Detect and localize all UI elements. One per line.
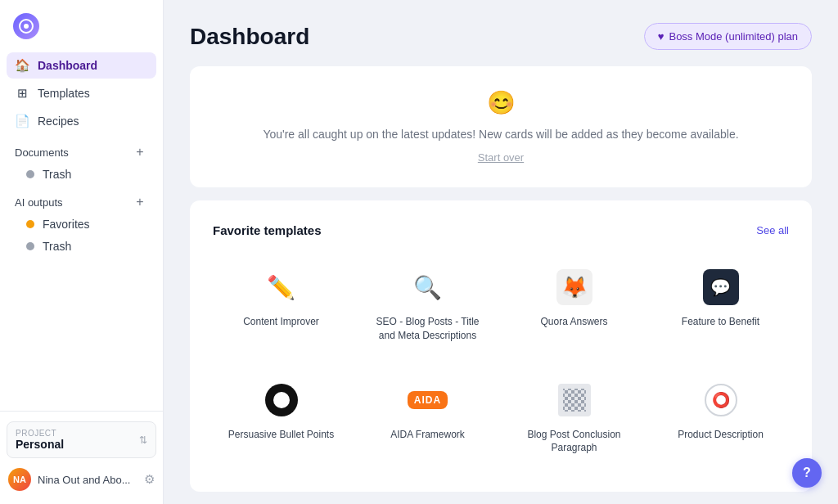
project-name: Personal <box>16 438 64 451</box>
template-feature-benefit[interactable]: 💬 Feature to Benefit <box>652 254 789 357</box>
template-content-improver[interactable]: ✏️ Content Improver <box>213 254 349 357</box>
template-label: Feature to Benefit <box>682 315 759 329</box>
sidebar-item-dashboard[interactable]: 🏠 Dashboard <box>7 52 156 79</box>
sidebar-navigation: 🏠 Dashboard ⊞ Templates 📄 Recipes Docume… <box>0 49 163 411</box>
template-label: SEO - Blog Posts - Title and Meta Descri… <box>368 315 487 343</box>
template-label: Blog Post Conclusion Paragraph <box>515 428 633 456</box>
svg-point-2 <box>273 392 290 408</box>
update-card: 😊 You're all caught up on the latest upd… <box>190 66 812 187</box>
user-row: NA Nina Out and Abo... ⚙ <box>7 465 156 494</box>
logo-area <box>0 0 163 49</box>
favorites-header: Favorite templates See all <box>213 223 789 237</box>
template-label: AIDA Framework <box>390 428 465 442</box>
sidebar-item-label: Trash <box>43 240 71 253</box>
project-selector[interactable]: PROJECT Personal ⇅ <box>7 421 156 458</box>
recipes-icon: 📄 <box>15 114 29 128</box>
boss-mode-button[interactable]: ♥ Boss Mode (unlimited) plan <box>644 23 812 50</box>
sidebar-item-label: Recipes <box>38 115 79 128</box>
template-persuasive-bullets[interactable]: Persuasive Bullet Points <box>213 367 349 470</box>
main-header: Dashboard ♥ Boss Mode (unlimited) plan <box>190 23 812 50</box>
sidebar-item-label: Trash <box>43 168 71 181</box>
sidebar-item-label: Dashboard <box>38 59 97 72</box>
project-label: PROJECT <box>16 429 64 438</box>
sidebar-item-templates[interactable]: ⊞ Templates <box>7 80 156 106</box>
template-label: Quora Answers <box>540 315 607 329</box>
blog-conclusion-icon <box>555 380 594 420</box>
gear-icon[interactable]: ⚙ <box>144 472 155 487</box>
sidebar: 🏠 Dashboard ⊞ Templates 📄 Recipes Docume… <box>0 0 164 504</box>
sidebar-item-ai-trash[interactable]: Trash <box>7 236 156 257</box>
ai-outputs-section-label: AI outputs <box>15 196 63 209</box>
avatar: NA <box>8 468 31 491</box>
add-ai-output-button[interactable]: + <box>132 194 148 210</box>
quora-icon: 🦊 <box>555 268 594 307</box>
sidebar-item-favorites[interactable]: Favorites <box>7 214 156 235</box>
trash-dot-icon <box>26 170 34 178</box>
favorites-title: Favorite templates <box>213 223 322 237</box>
sidebar-item-documents-trash[interactable]: Trash <box>7 164 156 185</box>
update-text: You're all caught up on the latest updat… <box>223 126 779 143</box>
add-document-button[interactable]: + <box>132 144 148 160</box>
persuasive-bullets-icon <box>262 380 301 420</box>
main-content: Dashboard ♥ Boss Mode (unlimited) plan 😊… <box>164 0 838 504</box>
sidebar-item-label: Templates <box>38 87 90 100</box>
ai-trash-dot-icon <box>26 242 34 250</box>
see-all-link[interactable]: See all <box>756 224 789 236</box>
sidebar-item-label: Favorites <box>43 218 90 231</box>
app-logo <box>13 13 39 39</box>
template-label: Persuasive Bullet Points <box>228 428 334 442</box>
dashboard-icon: 🏠 <box>15 58 29 73</box>
product-description-icon: ⭕ <box>701 380 741 420</box>
feature-benefit-icon: 💬 <box>701 268 741 307</box>
boss-mode-label: Boss Mode (unlimited) plan <box>669 30 798 43</box>
favorites-dot-icon <box>26 220 34 228</box>
sidebar-bottom: PROJECT Personal ⇅ NA Nina Out and Abo..… <box>0 411 163 504</box>
templates-grid: ✏️ Content Improver 🔍 SEO - Blog Posts -… <box>213 254 789 469</box>
help-icon: ? <box>803 466 811 480</box>
template-seo-blog[interactable]: 🔍 SEO - Blog Posts - Title and Meta Desc… <box>359 254 496 357</box>
svg-rect-4 <box>563 389 586 412</box>
start-over-link[interactable]: Start over <box>478 151 524 164</box>
template-blog-conclusion[interactable]: Blog Post Conclusion Paragraph <box>506 367 642 470</box>
content-improver-icon: ✏️ <box>262 268 301 307</box>
template-aida[interactable]: AIDA AIDA Framework <box>359 367 496 470</box>
template-product-description[interactable]: ⭕ Product Description <box>652 367 789 470</box>
svg-point-1 <box>24 24 29 29</box>
ai-outputs-section-header: AI outputs + <box>7 186 156 214</box>
seo-blog-icon: 🔍 <box>408 268 448 307</box>
documents-section-label: Documents <box>15 146 69 159</box>
aida-icon: AIDA <box>408 380 448 420</box>
documents-section-header: Documents + <box>7 136 156 164</box>
chevron-icon: ⇅ <box>139 434 147 446</box>
page-title: Dashboard <box>190 24 309 50</box>
user-name: Nina Out and Abo... <box>38 474 144 486</box>
template-label: Content Improver <box>243 315 319 329</box>
favorites-card: Favorite templates See all ✏️ Content Im… <box>190 200 812 492</box>
template-label: Product Description <box>678 428 764 442</box>
help-button[interactable]: ? <box>792 458 822 488</box>
boss-mode-icon: ♥ <box>658 30 665 43</box>
templates-icon: ⊞ <box>15 86 29 101</box>
update-emoji: 😊 <box>223 89 779 116</box>
template-quora[interactable]: 🦊 Quora Answers <box>506 254 642 357</box>
sidebar-item-recipes[interactable]: 📄 Recipes <box>7 108 156 134</box>
